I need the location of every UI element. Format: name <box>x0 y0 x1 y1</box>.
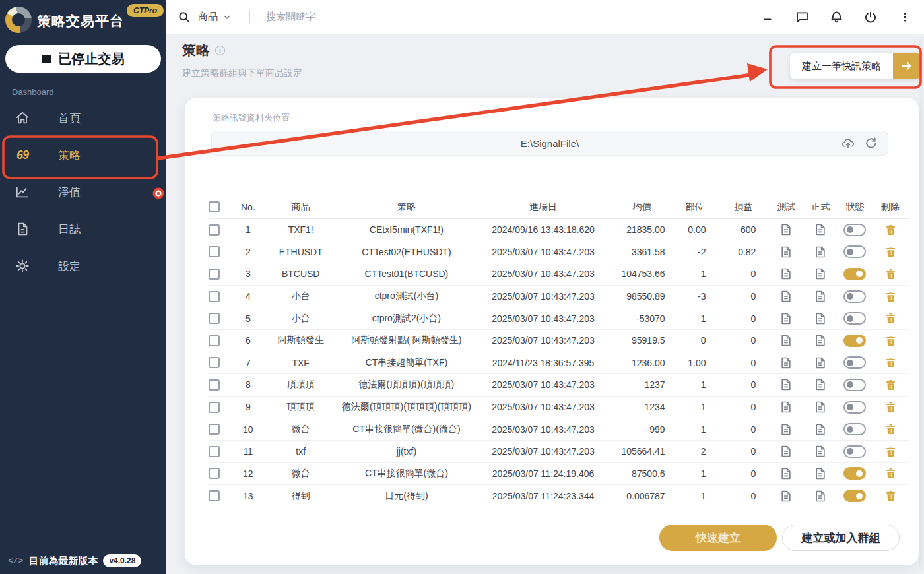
delete-trash-icon[interactable] <box>884 489 897 503</box>
official-doc-icon[interactable] <box>814 311 827 326</box>
stop-trading-button[interactable]: 已停止交易 <box>5 45 161 73</box>
cell-avg-price: 0.006787 <box>612 491 672 501</box>
delete-trash-icon[interactable] <box>884 356 897 369</box>
test-doc-icon[interactable] <box>779 311 793 326</box>
test-doc-icon[interactable] <box>779 400 793 414</box>
cell-pnl: 0 <box>718 468 770 479</box>
status-toggle[interactable] <box>843 268 866 280</box>
create-alert-strategy-button[interactable]: 建立一筆快訊策略 <box>790 53 921 79</box>
delete-trash-icon[interactable] <box>884 290 897 303</box>
home-icon <box>15 110 30 126</box>
official-doc-icon[interactable] <box>814 466 827 481</box>
official-doc-icon[interactable] <box>814 245 827 259</box>
more-menu-icon[interactable] <box>898 10 912 24</box>
status-toggle[interactable] <box>843 379 866 391</box>
refresh-icon[interactable] <box>864 137 877 150</box>
official-doc-icon[interactable] <box>814 356 827 370</box>
select-all-checkbox[interactable] <box>209 201 220 212</box>
status-toggle[interactable] <box>843 356 866 369</box>
test-doc-icon[interactable] <box>779 267 793 281</box>
delete-trash-icon[interactable] <box>884 422 897 436</box>
test-doc-icon[interactable] <box>779 422 793 437</box>
chat-icon[interactable] <box>795 10 809 24</box>
row-checkbox[interactable] <box>209 291 220 302</box>
test-doc-icon[interactable] <box>779 377 793 392</box>
cell-avg-price: 105664.41 <box>612 446 672 457</box>
status-toggle[interactable] <box>843 224 866 236</box>
status-toggle[interactable] <box>843 290 866 303</box>
cell-strategy: 德法爾(頂頂頂)(頂頂頂)(頂頂頂) <box>339 401 475 413</box>
delete-trash-icon[interactable] <box>884 223 897 237</box>
official-doc-icon[interactable] <box>814 400 827 414</box>
official-doc-icon[interactable] <box>814 267 827 281</box>
status-toggle[interactable] <box>843 312 866 325</box>
test-doc-icon[interactable] <box>779 245 793 259</box>
test-doc-icon[interactable] <box>779 356 793 370</box>
test-doc-icon[interactable] <box>779 289 793 303</box>
official-doc-icon[interactable] <box>814 377 827 392</box>
header-strategy: 策略 <box>339 201 475 213</box>
official-doc-icon[interactable] <box>814 444 827 459</box>
table-row: 4 小台 ctpro測試(小台) 2025/03/07 10:43:47.203… <box>209 286 909 308</box>
row-checkbox[interactable] <box>209 335 220 346</box>
row-checkbox[interactable] <box>209 269 220 280</box>
bell-icon[interactable] <box>829 10 843 24</box>
status-toggle[interactable] <box>843 423 866 435</box>
row-checkbox[interactable] <box>209 224 220 236</box>
official-doc-icon[interactable] <box>814 333 827 348</box>
delete-trash-icon[interactable] <box>884 378 897 392</box>
create-or-join-group-button[interactable]: 建立或加入群組 <box>782 525 900 551</box>
test-doc-icon[interactable] <box>779 444 793 459</box>
minimize-icon[interactable] <box>760 10 775 24</box>
scrollbar[interactable] <box>919 37 923 570</box>
delete-trash-icon[interactable] <box>884 466 897 480</box>
header-pnl: 損益 <box>718 201 770 213</box>
cell-no: 12 <box>234 468 263 479</box>
sidebar-item-strategy[interactable]: 69 策略 <box>0 137 166 174</box>
delete-trash-icon[interactable] <box>884 400 897 414</box>
cell-strategy: CT串接很簡單(微台)(微台) <box>339 424 475 435</box>
row-checkbox[interactable] <box>209 490 220 501</box>
power-icon[interactable] <box>863 10 878 24</box>
row-checkbox[interactable] <box>209 246 220 257</box>
sidebar-item-home[interactable]: 首頁 <box>0 100 166 137</box>
sidebar-item-label: 日誌 <box>58 222 81 237</box>
test-doc-icon[interactable] <box>779 466 793 481</box>
row-checkbox[interactable] <box>209 402 220 413</box>
status-toggle[interactable] <box>843 445 866 458</box>
row-checkbox[interactable] <box>209 446 220 457</box>
row-checkbox[interactable] <box>209 313 220 324</box>
status-toggle[interactable] <box>843 335 866 347</box>
row-checkbox[interactable] <box>209 468 220 479</box>
status-toggle[interactable] <box>843 401 866 414</box>
row-checkbox[interactable] <box>209 379 220 391</box>
sidebar-item-equity[interactable]: 淨值 <box>0 174 166 210</box>
upload-cloud-icon[interactable] <box>842 137 855 150</box>
delete-trash-icon[interactable] <box>884 311 897 325</box>
sidebar-item-log[interactable]: 日誌 <box>0 210 166 247</box>
delete-trash-icon[interactable] <box>884 334 897 348</box>
quick-create-button[interactable]: 快速建立 <box>659 525 777 551</box>
search-icon[interactable] <box>177 10 191 24</box>
official-doc-icon[interactable] <box>814 222 827 237</box>
signal-folder-input[interactable]: E:\SignalFile\ <box>211 131 888 156</box>
delete-trash-icon[interactable] <box>884 245 897 259</box>
row-checkbox[interactable] <box>209 357 220 368</box>
status-toggle[interactable] <box>843 490 866 502</box>
official-doc-icon[interactable] <box>814 489 827 503</box>
official-doc-icon[interactable] <box>814 289 827 303</box>
sidebar-item-settings[interactable]: 設定 <box>0 247 166 284</box>
search-input[interactable]: 搜索關鍵字 <box>266 11 315 23</box>
status-toggle[interactable] <box>843 245 866 258</box>
sidebar-item-label: 淨值 <box>58 185 81 200</box>
test-doc-icon[interactable] <box>779 222 793 237</box>
info-icon[interactable]: i <box>215 46 225 55</box>
row-checkbox[interactable] <box>209 424 220 435</box>
search-category-dropdown[interactable]: 商品 <box>198 11 231 23</box>
status-toggle[interactable] <box>843 467 866 480</box>
official-doc-icon[interactable] <box>814 422 827 437</box>
delete-trash-icon[interactable] <box>884 445 897 459</box>
test-doc-icon[interactable] <box>779 489 793 503</box>
delete-trash-icon[interactable] <box>884 267 897 281</box>
test-doc-icon[interactable] <box>779 333 793 348</box>
